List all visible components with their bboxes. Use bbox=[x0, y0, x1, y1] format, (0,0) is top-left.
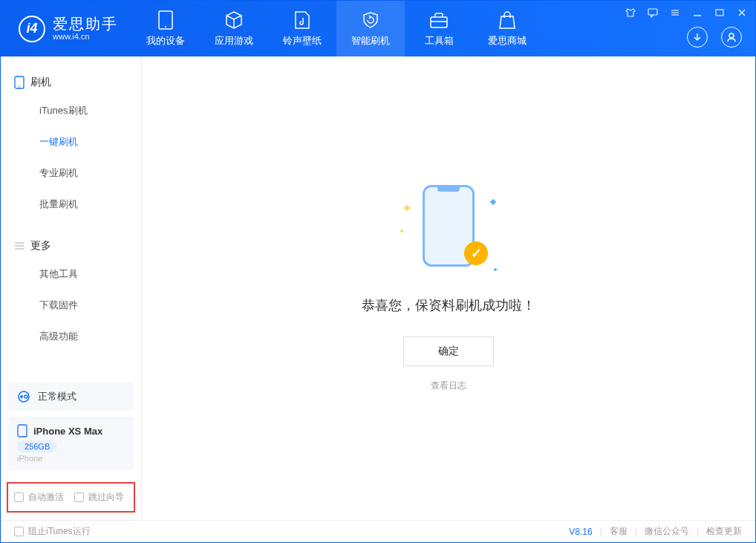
sidebar-item-itunes-flash[interactable]: iTunes刷机 bbox=[1, 95, 141, 126]
success-illustration: ✓ bbox=[415, 185, 482, 274]
device-name: iPhone XS Max bbox=[33, 426, 102, 437]
header-actions bbox=[687, 27, 742, 48]
sidebar-item-batch-flash[interactable]: 批量刷机 bbox=[1, 189, 141, 220]
svg-point-20 bbox=[25, 395, 27, 398]
sidebar-item-oneclick-flash[interactable]: 一键刷机 bbox=[1, 126, 141, 157]
version-label: V8.16 bbox=[569, 527, 592, 537]
flash-options-row: 自动激活 跳过向导 bbox=[7, 482, 135, 513]
user-button[interactable] bbox=[721, 27, 742, 48]
minimize-button[interactable] bbox=[691, 7, 703, 19]
nav-store[interactable]: 爱思商城 bbox=[473, 1, 541, 56]
phone-icon bbox=[14, 76, 25, 89]
shirt-icon[interactable] bbox=[625, 7, 636, 19]
close-button[interactable] bbox=[736, 7, 748, 19]
bag-icon bbox=[498, 10, 517, 30]
toolbox-icon bbox=[429, 10, 449, 30]
svg-point-14 bbox=[19, 86, 20, 88]
svg-rect-9 bbox=[716, 10, 723, 16]
nav-my-device[interactable]: 我的设备 bbox=[131, 1, 200, 56]
sidebar: 刷机 iTunes刷机 一键刷机 专业刷机 批量刷机 更多 其他工具 下载固件 … bbox=[1, 56, 142, 520]
wechat-link[interactable]: 微信公众号 bbox=[645, 525, 689, 538]
statusbar: 阻止iTunes运行 V8.16 | 客服 | 微信公众号 | 检查更新 bbox=[1, 520, 755, 542]
refresh-shield-icon bbox=[361, 10, 380, 30]
ok-button[interactable]: 确定 bbox=[403, 336, 494, 366]
titlebar: i4 爱思助手 www.i4.cn 我的设备 应用游戏 铃声壁纸 bbox=[1, 1, 755, 56]
view-log-link[interactable]: 查看日志 bbox=[431, 380, 466, 392]
checkbox-skip-guide[interactable]: 跳过向导 bbox=[74, 491, 124, 504]
svg-point-12 bbox=[729, 33, 734, 38]
main-content: ✓ 恭喜您，保资料刷机成功啦！ 确定 查看日志 bbox=[142, 56, 755, 520]
window-controls bbox=[625, 7, 748, 19]
sidebar-section-flash: 刷机 bbox=[1, 70, 141, 95]
cube-icon bbox=[224, 10, 244, 30]
device-capacity: 256GB bbox=[17, 440, 57, 452]
svg-rect-2 bbox=[431, 17, 447, 27]
device-info-box[interactable]: iPhone XS Max 256GB iPhone bbox=[8, 417, 134, 470]
checkbox-icon bbox=[14, 527, 24, 536]
checkbox-auto-activate[interactable]: 自动激活 bbox=[14, 491, 64, 504]
app-subtitle: www.i4.cn bbox=[53, 32, 118, 41]
checkbox-icon bbox=[74, 492, 84, 502]
svg-rect-4 bbox=[648, 9, 657, 15]
app-title: 爱思助手 bbox=[53, 16, 118, 32]
device-type: iPhone bbox=[17, 454, 125, 463]
svg-point-1 bbox=[165, 26, 166, 27]
menu-icon[interactable] bbox=[669, 7, 681, 19]
sidebar-item-other-tools[interactable]: 其他工具 bbox=[1, 259, 141, 290]
device-icon bbox=[156, 10, 175, 30]
sidebar-item-pro-flash[interactable]: 专业刷机 bbox=[1, 157, 141, 189]
logo-icon: i4 bbox=[19, 16, 45, 42]
maximize-button[interactable] bbox=[714, 7, 726, 19]
checkbox-block-itunes[interactable]: 阻止iTunes运行 bbox=[14, 525, 91, 538]
check-update-link[interactable]: 检查更新 bbox=[706, 525, 742, 538]
main-nav: 我的设备 应用游戏 铃声壁纸 智能刷机 工具箱 bbox=[131, 1, 541, 56]
app-logo: i4 爱思助手 www.i4.cn bbox=[1, 16, 131, 42]
sidebar-item-advanced[interactable]: 高级功能 bbox=[1, 321, 141, 352]
checkbox-icon bbox=[14, 492, 24, 502]
sidebar-item-download-firmware[interactable]: 下载固件 bbox=[1, 290, 141, 321]
nav-apps-games[interactable]: 应用游戏 bbox=[200, 1, 268, 56]
nav-toolbox[interactable]: 工具箱 bbox=[405, 1, 473, 56]
list-icon bbox=[14, 241, 25, 251]
nav-ringtones[interactable]: 铃声壁纸 bbox=[268, 1, 336, 56]
sidebar-section-more: 更多 bbox=[1, 233, 141, 259]
device-mode-box[interactable]: 正常模式 bbox=[8, 383, 134, 411]
device-mode-label: 正常模式 bbox=[38, 390, 76, 403]
download-button[interactable] bbox=[687, 27, 708, 48]
svg-rect-21 bbox=[18, 425, 27, 437]
svg-point-19 bbox=[20, 395, 23, 398]
feedback-icon[interactable] bbox=[647, 7, 659, 19]
success-message: 恭喜您，保资料刷机成功啦！ bbox=[362, 296, 535, 314]
support-link[interactable]: 客服 bbox=[610, 525, 628, 538]
nav-smart-flash[interactable]: 智能刷机 bbox=[336, 1, 405, 56]
music-file-icon bbox=[293, 10, 312, 30]
mode-icon bbox=[17, 390, 30, 403]
phone-small-icon bbox=[17, 424, 27, 438]
check-icon: ✓ bbox=[464, 241, 488, 265]
